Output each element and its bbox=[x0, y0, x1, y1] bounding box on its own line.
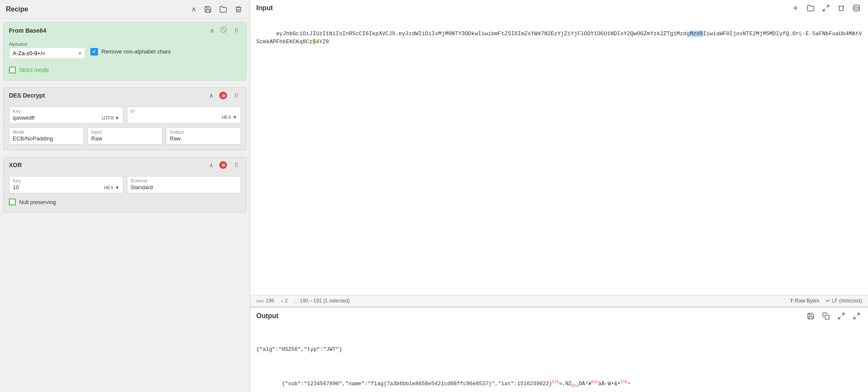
xor-key-scheme-row: Key 10 HEX Scheme Standard bbox=[9, 176, 241, 193]
xor-key-encoding-dropdown[interactable]: HEX bbox=[104, 185, 120, 190]
output-upload-btn[interactable] bbox=[836, 311, 847, 321]
trash-icon bbox=[235, 6, 242, 13]
input-open-btn[interactable] bbox=[805, 3, 816, 13]
from-base64-collapse-btn[interactable]: ∧ bbox=[209, 27, 216, 34]
from-base64-header: From Base64 ∧ ⏸ bbox=[4, 22, 246, 38]
output-save-btn[interactable] bbox=[805, 311, 816, 321]
svg-rect-6 bbox=[854, 5, 860, 11]
xor-pause-btn[interactable]: ⏸ bbox=[232, 161, 241, 169]
alphabet-select-wrapper[interactable]: A-Za-z0-9+/= bbox=[9, 48, 85, 59]
folder-icon bbox=[219, 6, 227, 13]
recipe-header-icons: ∧ bbox=[190, 4, 244, 14]
xor-scheme-label: Scheme bbox=[131, 178, 238, 183]
status-right: T↑ Raw Bytes ↵ LF (detected) bbox=[789, 297, 862, 305]
xor-scheme-value: Standard bbox=[131, 184, 153, 190]
input-layout-btn[interactable] bbox=[851, 3, 862, 13]
separator-dots: · · · · · · · · bbox=[552, 298, 586, 304]
input-add-btn[interactable] bbox=[790, 3, 801, 13]
des-decrypt-title: DES Decrypt bbox=[9, 92, 45, 99]
key-encoding-dropdown[interactable]: UTF8 bbox=[102, 115, 119, 120]
svg-rect-9 bbox=[825, 315, 829, 319]
iv-encoding-dropdown[interactable]: HEX bbox=[221, 115, 237, 120]
mode-label: Mode bbox=[13, 129, 80, 134]
mode-field-box: Mode ECB/NoPadding bbox=[9, 127, 84, 145]
send-to-input-icon bbox=[837, 312, 845, 320]
status-lines: ≡ 2 bbox=[281, 298, 288, 304]
alphabet-row: Alphabet A-Za-z0-9+/= Remove non-alphabe… bbox=[9, 42, 241, 59]
strict-mode-checkbox[interactable] bbox=[9, 67, 16, 73]
output-value-row: Raw bbox=[170, 135, 237, 142]
output-content-area: {"alg":"HS256","typ":"JWT"} {"sub":"1234… bbox=[250, 324, 868, 392]
output-maximize-btn[interactable] bbox=[851, 311, 862, 321]
output-section: Output bbox=[250, 307, 868, 392]
xor-disable-btn[interactable]: ⊘ bbox=[218, 161, 228, 169]
xor-title: XOR bbox=[9, 162, 22, 168]
xor-key-field-box: Key 10 HEX bbox=[9, 176, 123, 193]
xor-scheme-field-box: Scheme Standard bbox=[127, 176, 241, 193]
input-label: Input bbox=[91, 129, 159, 134]
recipe-delete-btn[interactable] bbox=[233, 5, 244, 14]
input-content-area[interactable]: eyJhbGciOiJIUzI1NiIsInR5cCI6IkpXVCJ9.eyJ… bbox=[250, 16, 868, 295]
output-line-2: {"sub":"1234567890","name":"flag{7a3b6bb… bbox=[256, 371, 862, 392]
svg-line-13 bbox=[854, 317, 856, 319]
from-base64-pause-btn[interactable]: ⏸ bbox=[232, 26, 241, 35]
output-copy-btn[interactable] bbox=[820, 311, 832, 321]
output-field-box: Output Raw bbox=[166, 127, 241, 145]
mode-value: ECB/NoPadding bbox=[13, 135, 53, 142]
input-text-end: 4YZ8 bbox=[316, 39, 329, 45]
strict-mode-row: Strict mode bbox=[9, 63, 241, 75]
right-panel: Input bbox=[250, 0, 868, 392]
from-base64-title: From Base64 bbox=[9, 27, 46, 34]
key-value-row: qaswedfr UTF8 bbox=[13, 115, 120, 121]
key-field-box: Key qaswedfr UTF8 bbox=[9, 106, 123, 124]
xor-collapse-btn[interactable]: ∧ bbox=[208, 161, 215, 169]
mode-input-output-row: Mode ECB/NoPadding Input Raw Output Raw bbox=[9, 127, 241, 145]
output-title: Output bbox=[256, 312, 278, 320]
des-decrypt-pause-btn[interactable]: ⏸ bbox=[232, 91, 241, 100]
input-expand-btn[interactable] bbox=[820, 3, 832, 13]
input-field-box: Input Raw bbox=[87, 127, 162, 145]
output-header: Output bbox=[250, 308, 868, 324]
remove-nonalpha-checkbox[interactable] bbox=[90, 48, 98, 56]
from-base64-controls: ∧ ⏸ bbox=[209, 26, 241, 35]
key-label: Key bbox=[13, 109, 120, 114]
folder-open-icon bbox=[807, 4, 815, 12]
status-lf: ↵ LF (detected) bbox=[826, 298, 862, 304]
output-oa-chars: ÖÄ²¥ bbox=[579, 381, 591, 387]
from-base64-body: Alphabet A-Za-z0-9+/= Remove non-alphabe… bbox=[4, 38, 246, 80]
xor-key-value: 10 bbox=[13, 184, 19, 190]
from-base64-disable-btn[interactable] bbox=[219, 26, 228, 35]
null-preserving-checkbox[interactable] bbox=[9, 199, 16, 205]
status-left: mac 196 ≡ 2 ⬚ 190→191 (1 selected) bbox=[256, 298, 350, 304]
output-icons bbox=[805, 311, 862, 321]
xor-key-label: Key bbox=[13, 178, 120, 183]
input-section: Input bbox=[250, 0, 868, 307]
input-text-pre-blue: eyJhbGciOiJIUzI1NiIsInR5cCI6IkpXVCJ9.eyJ… bbox=[276, 31, 690, 37]
svg-line-11 bbox=[838, 317, 840, 319]
recipe-collapse-btn[interactable]: ∧ bbox=[190, 4, 198, 14]
output-red-dot: • bbox=[627, 381, 631, 387]
des-decrypt-collapse-btn[interactable]: ∧ bbox=[208, 92, 215, 99]
output-etk2-label: ETK bbox=[621, 380, 627, 384]
from-base64-block: From Base64 ∧ ⏸ Alphabet A-Za-z0-9+/= bbox=[3, 22, 246, 81]
des-decrypt-block: DES Decrypt ∧ ⊘ ⏸ Key qaswedfr UTF8 bbox=[3, 87, 246, 150]
des-decrypt-header: DES Decrypt ∧ ⊘ ⏸ bbox=[4, 88, 246, 103]
recipe-save-btn[interactable] bbox=[202, 5, 213, 14]
des-decrypt-disable-btn[interactable]: ⊘ bbox=[218, 91, 228, 100]
input-value-row: Raw bbox=[91, 135, 159, 142]
xor-key-value-row: 10 HEX bbox=[13, 184, 120, 190]
output-special-chars: «,NZ bbox=[559, 381, 572, 387]
des-decrypt-controls: ∧ ⊘ ⏸ bbox=[208, 91, 241, 100]
output-label: Output bbox=[170, 129, 237, 134]
recipe-folder-btn[interactable] bbox=[218, 5, 229, 14]
output-etk-label: ETK bbox=[552, 380, 559, 384]
mode-value-row: ECB/NoPadding bbox=[13, 135, 80, 142]
output-line-1: {"alg":"HS256","typ":"JWT"} bbox=[256, 345, 862, 354]
alphabet-select[interactable]: A-Za-z0-9+/= bbox=[9, 48, 85, 59]
remove-nonalpha-label: Remove non-alphabet chars bbox=[101, 48, 171, 55]
status-selection: ⬚ 190→191 (1 selected) bbox=[294, 298, 350, 304]
raw-bytes-btn[interactable]: T↑ Raw Bytes bbox=[789, 297, 821, 305]
input-delete-btn[interactable] bbox=[836, 3, 847, 13]
null-preserving-row: Null preserving bbox=[9, 193, 241, 207]
xor-block: XOR ∧ ⊘ ⏸ Key 10 HEX Scheme bbox=[3, 157, 246, 213]
